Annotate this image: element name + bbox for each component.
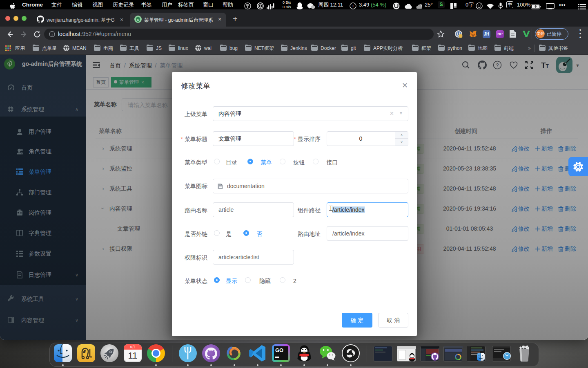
svg-text:G: G bbox=[137, 18, 139, 22]
svg-text:T: T bbox=[352, 4, 354, 8]
